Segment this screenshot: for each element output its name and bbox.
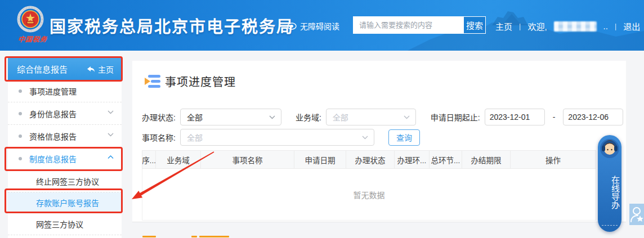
col-apply-date: 申请日期 xyxy=(294,151,346,168)
col-item-name: 事项名称 xyxy=(201,151,294,168)
header-nav: 主页 | 欢迎, .. | 退出 xyxy=(495,20,640,32)
bullet-dot xyxy=(19,112,22,115)
search-button[interactable]: 搜索 xyxy=(464,17,485,33)
accessibility-label: 无障碍阅读 xyxy=(300,20,339,32)
back-arrow-icon xyxy=(87,66,95,73)
sidebar-item-zige-xinxi[interactable]: 资格信息报告 xyxy=(8,125,122,147)
date-range-label: 申请日期起止: xyxy=(431,111,480,123)
date-from-input[interactable] xyxy=(485,109,545,125)
sidebar-home-button[interactable]: 主页 xyxy=(87,64,114,75)
bullet-dot xyxy=(19,157,22,160)
sidebar-item-label: 事项进度管理 xyxy=(29,86,77,97)
page-title-row: 事项进度管理 xyxy=(144,73,236,89)
main-panel: 事项进度管理 办理状态: 全部 业务域: 全部 申请日期起止: - xyxy=(132,61,626,222)
username-blurred xyxy=(554,21,597,32)
filter-row-2: 事项名称: 全部 查询 xyxy=(142,129,420,146)
chevron-down-icon xyxy=(269,115,275,119)
sidebar-home-label: 主页 xyxy=(98,64,114,75)
sidebar-item-zhidu-xinxi[interactable]: 制度信息报告 xyxy=(8,147,122,170)
header-search: 搜索 xyxy=(353,16,486,34)
welcome-label: 欢迎, xyxy=(527,20,547,32)
chevron-down-icon xyxy=(404,115,410,119)
eye-icon xyxy=(287,23,297,30)
sidebar-item-label: 网签三方协议 xyxy=(36,218,83,230)
chevron-down-icon xyxy=(108,133,114,137)
table-header-row: 序... 业务域 事项名称 申请日期 办理状态 办理环... 总环节... 办结… xyxy=(142,150,596,169)
person-star-button[interactable] xyxy=(629,204,644,225)
bottom-tip-fragment xyxy=(142,236,232,238)
sidebar-section-header[interactable]: 综合信息报告 主页 xyxy=(8,58,122,80)
guide-divider xyxy=(602,225,618,226)
sidebar-item-label: 资格信息报告 xyxy=(29,131,77,142)
tax-emblem-logo: 中国税务 xyxy=(15,5,51,47)
sidebar-menu: 综合信息报告 主页 事项进度管理 身份信息报告 资格信息报告 xyxy=(8,58,122,238)
query-button[interactable]: 查询 xyxy=(388,129,420,146)
col-total-step: 总环节... xyxy=(430,151,462,168)
sidebar-item-label: 终止网签三方协议 xyxy=(36,176,99,187)
top-header: 中国税务 国家税务总局北京市电子税务局 无障碍阅读 搜索 主页 | 欢迎, ..… xyxy=(0,0,644,51)
chevron-down-icon xyxy=(362,136,368,140)
table-empty-body: 暂无数据 xyxy=(142,169,596,221)
chevron-down-icon xyxy=(108,110,114,114)
item-name-select[interactable]: 全部 xyxy=(180,129,374,146)
tax-emblem-icon xyxy=(15,5,46,36)
status-select-value: 全部 xyxy=(187,111,203,123)
search-input[interactable] xyxy=(354,17,464,33)
status-select[interactable]: 全部 xyxy=(180,109,281,125)
col-domain: 业务域 xyxy=(156,151,201,168)
welcome-suffix: .. xyxy=(603,21,608,31)
sidebar-item-zhongzhi-wangqian[interactable]: 终止网签三方协议 xyxy=(8,170,122,192)
col-step: 办理环... xyxy=(395,151,430,168)
page-title-icon xyxy=(144,74,162,89)
nav-separator: | xyxy=(519,22,521,30)
online-guide-widget[interactable]: 在线导办 xyxy=(598,135,621,232)
page-title: 事项进度管理 xyxy=(165,73,236,89)
date-to-input[interactable] xyxy=(563,109,623,125)
col-actions: 操作 xyxy=(511,151,596,168)
sidebar-item-label: 存款账户账号报告 xyxy=(36,197,99,208)
sidebar-item-wangqian-sanfang[interactable]: 网签三方协议 xyxy=(8,213,122,235)
progress-table: 序... 业务域 事项名称 申请日期 办理状态 办理环... 总环节... 办结… xyxy=(142,150,596,221)
headset-avatar-icon xyxy=(600,138,620,159)
site-title: 国家税务总局北京市电子税务局 xyxy=(50,14,294,37)
sidebar-item-label: 身份信息报告 xyxy=(29,108,77,119)
accessibility-link[interactable]: 无障碍阅读 xyxy=(287,20,339,32)
filter-row-1: 办理状态: 全部 业务域: 全部 申请日期起止: - xyxy=(142,109,623,125)
bullet-dot xyxy=(19,134,22,138)
bullet-dot xyxy=(19,89,22,93)
status-label: 办理状态: xyxy=(142,111,176,123)
date-separator: - xyxy=(553,113,556,122)
person-star-icon xyxy=(630,206,643,223)
item-name-label: 事项名称: xyxy=(142,132,176,143)
col-deadline: 办结期限 xyxy=(462,151,511,168)
col-seq: 序... xyxy=(142,151,156,168)
domain-select-value: 全部 xyxy=(333,111,348,123)
col-status: 办理状态 xyxy=(346,151,395,168)
logo-caption: 中国税务 xyxy=(14,34,51,43)
chevron-up-icon xyxy=(108,155,114,159)
sidebar-section-title: 综合信息报告 xyxy=(17,63,68,75)
item-name-select-value: 全部 xyxy=(187,132,203,143)
sidebar-item-shenfen-xinxi[interactable]: 身份信息报告 xyxy=(8,102,122,125)
page: 中国税务 国家税务总局北京市电子税务局 无障碍阅读 搜索 主页 | 欢迎, ..… xyxy=(0,0,644,238)
sidebar-item-shixiang-jindu[interactable]: 事项进度管理 xyxy=(8,80,122,102)
domain-select[interactable]: 全部 xyxy=(326,109,416,125)
logout-link[interactable]: 退出 xyxy=(623,20,640,32)
online-guide-label: 在线导办 xyxy=(598,164,621,221)
sidebar-item-label: 制度信息报告 xyxy=(29,153,77,164)
sidebar-item-cunkuan-zhanghu[interactable]: 存款账户账号报告 xyxy=(8,192,122,213)
nav-separator: | xyxy=(615,22,616,30)
domain-label: 业务域: xyxy=(296,111,321,123)
home-link[interactable]: 主页 xyxy=(495,20,512,32)
empty-data-text: 暂无数据 xyxy=(354,189,385,200)
